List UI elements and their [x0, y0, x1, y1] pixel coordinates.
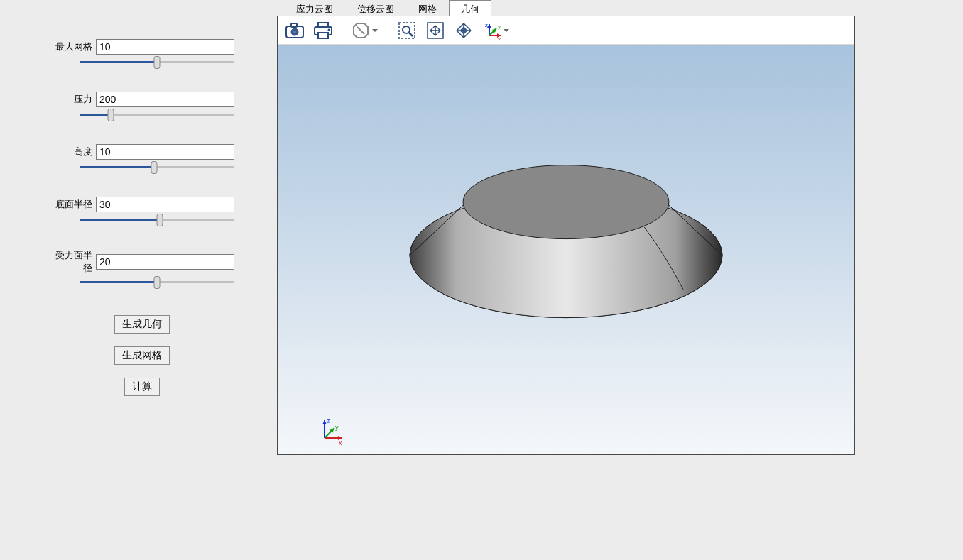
toolbar: z y x: [278, 16, 854, 45]
slider-height[interactable]: [80, 163, 234, 172]
field-force-radius: 受力面半径: [50, 249, 234, 287]
label-force-radius: 受力面半径: [50, 249, 96, 275]
label-max-mesh: 最大网格: [50, 40, 96, 53]
viewport-area: 应力云图 位移云图 网格 几何: [277, 0, 963, 560]
svg-point-10: [403, 26, 410, 33]
field-pressure: 压力: [50, 92, 234, 119]
stop-icon: [352, 22, 369, 39]
camera-icon[interactable]: [282, 18, 308, 43]
field-max-mesh: 最大网格: [50, 39, 234, 67]
svg-rect-13: [459, 26, 467, 34]
svg-text:z: z: [485, 22, 488, 28]
field-base-radius: 底面半径: [50, 197, 234, 224]
svg-rect-1: [291, 23, 297, 27]
stop-dropdown[interactable]: [348, 18, 382, 43]
svg-text:y: y: [498, 23, 501, 30]
orientation-triad-icon: z x y: [317, 417, 346, 445]
svg-point-21: [463, 165, 669, 238]
svg-line-11: [409, 33, 413, 36]
pan-icon[interactable]: [451, 18, 477, 43]
sidebar: 最大网格 压力 高度: [0, 0, 277, 560]
slider-force-radius[interactable]: [80, 278, 234, 287]
svg-line-8: [357, 27, 364, 34]
label-base-radius: 底面半径: [50, 198, 96, 211]
svg-text:z: z: [327, 417, 330, 424]
geometry-shape: [403, 134, 729, 333]
compute-button[interactable]: 计算: [124, 378, 160, 396]
generate-geometry-button[interactable]: 生成几何: [114, 315, 170, 334]
rotate-dropdown[interactable]: z y x: [479, 18, 513, 43]
fit-icon[interactable]: [423, 18, 448, 43]
input-base-radius[interactable]: [96, 197, 234, 212]
3d-canvas[interactable]: z x y: [278, 45, 854, 454]
label-height: 高度: [50, 146, 96, 158]
slider-base-radius[interactable]: [80, 216, 234, 224]
field-height: 高度: [50, 144, 234, 172]
svg-text:x: x: [339, 439, 342, 445]
viewport-panel: z y x: [277, 16, 855, 455]
input-max-mesh[interactable]: [96, 39, 234, 55]
svg-text:x: x: [498, 36, 501, 40]
input-height[interactable]: [96, 144, 234, 160]
svg-point-7: [328, 28, 330, 31]
zoom-box-icon[interactable]: [394, 18, 420, 43]
slider-pressure[interactable]: [80, 111, 234, 119]
chevron-down-icon: [504, 29, 509, 32]
axis-triad-icon: z y x: [484, 21, 502, 40]
slider-max-mesh[interactable]: [80, 58, 234, 67]
chevron-down-icon: [372, 29, 378, 32]
input-force-radius[interactable]: [96, 254, 234, 270]
svg-rect-6: [318, 33, 328, 38]
input-pressure[interactable]: [96, 92, 234, 107]
svg-text:y: y: [335, 424, 339, 431]
svg-point-3: [293, 31, 296, 33]
print-icon[interactable]: [310, 18, 336, 43]
label-pressure: 压力: [50, 93, 96, 106]
generate-mesh-button[interactable]: 生成网格: [114, 346, 170, 365]
